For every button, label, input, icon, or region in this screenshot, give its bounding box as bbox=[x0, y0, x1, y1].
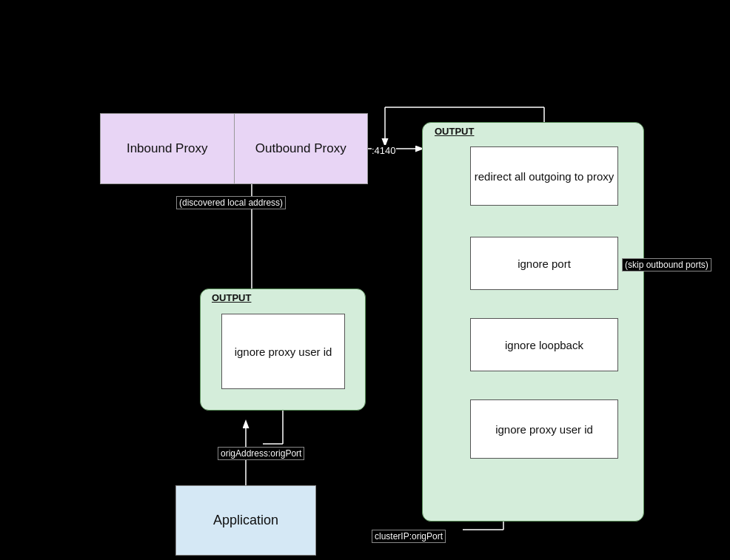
diagram-area: Inbound Proxy Outbound Proxy :4140 (disc… bbox=[0, 0, 730, 560]
application-box: Application bbox=[175, 485, 316, 556]
outbound-proxy-label: Outbound Proxy bbox=[235, 114, 368, 183]
ignore-proxy-large-box: ignore proxy user id bbox=[470, 399, 618, 459]
skip-outbound-label: (skip outbound ports) bbox=[622, 258, 711, 271]
output-small-title: OUTPUT bbox=[210, 292, 253, 303]
cluster-ip-label: clusterIP:origPort bbox=[372, 530, 446, 543]
output-large-title: OUTPUT bbox=[432, 126, 476, 137]
discovered-address-label: (discovered local address) bbox=[176, 196, 286, 209]
ignore-loopback-box: ignore loopback bbox=[470, 318, 618, 371]
port-label: :4140 bbox=[372, 145, 396, 156]
redirect-box: redirect all outgoing to proxy bbox=[470, 146, 618, 206]
proxy-box: Inbound Proxy Outbound Proxy bbox=[100, 113, 368, 184]
ignore-proxy-small: ignore proxy user id bbox=[221, 314, 345, 389]
inbound-proxy-label: Inbound Proxy bbox=[101, 114, 235, 183]
ignore-port-box: ignore port bbox=[470, 237, 618, 290]
orig-address-label: origAddress:origPort bbox=[218, 447, 304, 460]
